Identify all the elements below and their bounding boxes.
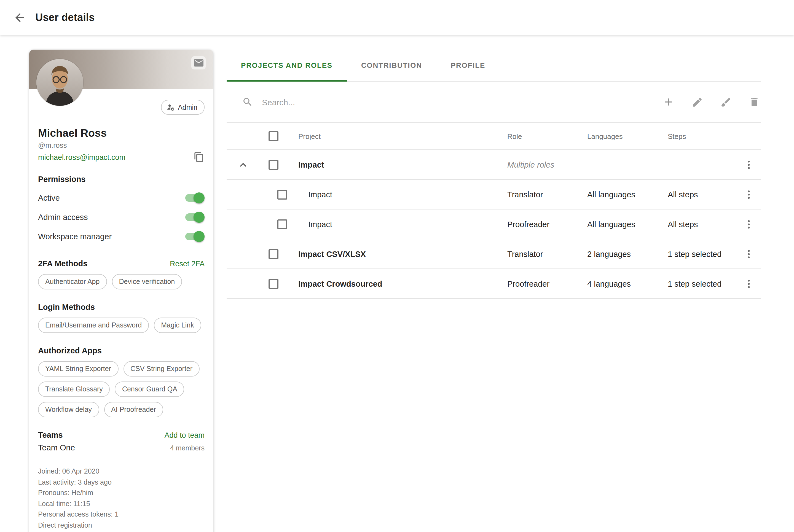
table-row-child[interactable]: Impact Proofreader All languages All ste… (227, 209, 761, 239)
add-to-team-link[interactable]: Add to team (164, 431, 205, 439)
user-name: Michael Ross (38, 127, 205, 139)
meta-access-tokens: Personal access tokens: 1 (38, 509, 205, 520)
project-name: Impact Crowdsourced (287, 279, 507, 288)
copy-icon[interactable] (193, 152, 205, 163)
tab-projects-and-roles[interactable]: PROJECTS AND ROLES (227, 50, 347, 81)
profile-banner (29, 50, 213, 89)
row-checkbox[interactable] (268, 279, 279, 289)
twofa-methods: Authenticator App Device verification (38, 274, 205, 289)
column-header-languages: Languages (587, 132, 668, 140)
brush-button[interactable] (719, 95, 732, 109)
search-icon (242, 96, 253, 108)
select-all-checkbox[interactable] (268, 131, 279, 141)
avatar (36, 59, 83, 106)
reset-2fa-link[interactable]: Reset 2FA (170, 260, 205, 268)
admin-badge-label: Admin (178, 103, 197, 111)
project-name: Impact CSV/XLSX (287, 249, 507, 258)
row-menu-icon[interactable] (743, 218, 754, 230)
permission-row-admin-access: Admin access (38, 207, 205, 227)
project-steps: All steps (668, 220, 737, 229)
row-checkbox[interactable] (277, 219, 287, 229)
login-methods-title: Login Methods (38, 303, 95, 311)
admin-access-toggle[interactable] (185, 211, 205, 223)
project-steps: 1 step selected (668, 279, 737, 288)
app-header: User details (0, 0, 794, 35)
user-meta: Joined: 06 Apr 2020 Last activity: 3 day… (38, 467, 205, 531)
table-row-group[interactable]: Impact Multiple roles (227, 150, 761, 180)
tab-bar: PROJECTS AND ROLES CONTRIBUTION PROFILE (227, 50, 761, 81)
project-languages: 4 languages (587, 279, 668, 288)
tab-profile[interactable]: PROFILE (436, 50, 499, 81)
person-gear-icon (166, 103, 174, 111)
team-name: Team One (38, 443, 75, 452)
workspace-manager-toggle[interactable] (185, 231, 205, 242)
column-header-role: Role (507, 132, 587, 140)
project-name: Impact (288, 220, 507, 229)
authorized-app-pill: Censor Guard QA (115, 381, 185, 397)
active-toggle[interactable] (185, 192, 205, 203)
project-languages: 2 languages (587, 249, 668, 258)
user-details-page: User details (0, 0, 794, 532)
project-name: Impact (287, 160, 507, 169)
team-members-count: 4 members (170, 444, 205, 452)
search-input[interactable] (261, 97, 646, 107)
table-row[interactable]: Impact CSV/XLSX Translator 2 languages 1… (227, 239, 761, 269)
permission-label: Workspace manager (38, 232, 112, 241)
admin-badge: Admin (161, 100, 205, 115)
table-row-child[interactable]: Impact Translator All languages All step… (227, 180, 761, 209)
permission-label: Admin access (38, 212, 88, 221)
login-method-pill: Magic Link (154, 318, 201, 333)
authorized-app-pill: Translate Glossary (38, 381, 110, 397)
twofa-method-pill: Device verification (112, 274, 182, 289)
row-menu-icon[interactable] (743, 278, 754, 289)
twofa-method-pill: Authenticator App (38, 274, 107, 289)
user-username: @m.ross (38, 141, 205, 149)
login-methods: Email/Username and Password Magic Link (38, 318, 205, 333)
row-checkbox[interactable] (268, 249, 279, 259)
project-role: Translator (507, 249, 587, 258)
column-header-steps: Steps (668, 132, 737, 140)
login-method-pill: Email/Username and Password (38, 318, 149, 333)
back-arrow-icon[interactable] (13, 11, 26, 24)
user-card: Admin Michael Ross @m.ross michael.ross@… (29, 50, 213, 532)
row-menu-icon[interactable] (743, 189, 754, 200)
team-row[interactable]: Team One 4 members (38, 443, 205, 452)
row-checkbox[interactable] (268, 159, 279, 170)
permission-label: Active (38, 193, 60, 202)
row-menu-icon[interactable] (743, 248, 754, 260)
teams-title: Teams (38, 431, 63, 439)
meta-joined: Joined: 06 Apr 2020 (38, 467, 205, 477)
authorized-apps: YAML String Exporter CSV String Exporter… (38, 361, 205, 417)
column-header-project: Project (287, 132, 507, 140)
project-role: Translator (507, 190, 587, 199)
table-header-row: Project Role Languages Steps (227, 123, 761, 150)
table-row[interactable]: Impact Crowdsourced Proofreader 4 langua… (227, 269, 761, 299)
add-button[interactable] (662, 95, 675, 109)
user-card-body: Admin Michael Ross @m.ross michael.ross@… (29, 100, 213, 532)
authorized-apps-title: Authorized Apps (38, 346, 102, 355)
row-menu-icon[interactable] (743, 159, 754, 170)
edit-button[interactable] (690, 95, 704, 109)
meta-pronouns: Pronouns: He/him (38, 488, 205, 499)
meta-last-activity: Last activity: 3 days ago (38, 477, 205, 488)
meta-local-time: Local time: 11:15 (38, 499, 205, 509)
tab-contribution[interactable]: CONTRIBUTION (347, 50, 436, 81)
project-steps: 1 step selected (668, 249, 737, 258)
project-role: Proofreader (507, 220, 587, 229)
project-steps: All steps (668, 190, 737, 199)
mail-icon[interactable] (191, 56, 206, 70)
row-checkbox[interactable] (277, 189, 287, 199)
project-role: Multiple roles (507, 160, 587, 169)
collapse-chevron-icon[interactable] (237, 158, 249, 171)
project-name: Impact (288, 190, 507, 199)
table-toolbar (227, 81, 761, 122)
authorized-app-pill: YAML String Exporter (38, 361, 118, 377)
user-email-link[interactable]: michael.ross@impact.com (38, 153, 126, 161)
delete-button[interactable] (748, 95, 761, 109)
project-role: Proofreader (507, 279, 587, 288)
authorized-app-pill: Workflow delay (38, 402, 99, 417)
permission-row-active: Active (38, 188, 205, 207)
project-languages: All languages (587, 220, 668, 229)
main-content: PROJECTS AND ROLES CONTRIBUTION PROFILE (227, 50, 761, 299)
projects-table: Project Role Languages Steps Impact M (227, 122, 761, 299)
